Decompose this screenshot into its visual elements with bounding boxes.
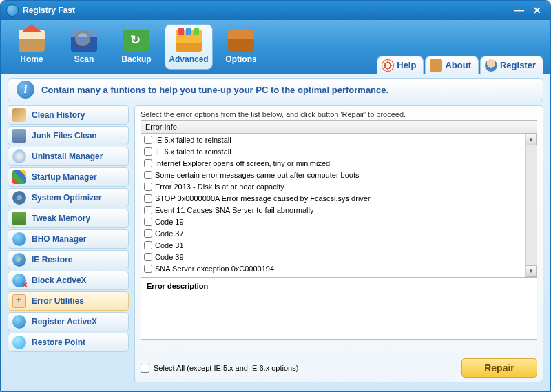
advanced-label: Advanced: [169, 54, 208, 64]
error-label: Error 2013 - Disk is at or near capacity: [155, 183, 284, 191]
error-checkbox[interactable]: [144, 183, 152, 191]
description-box: Error description: [141, 278, 537, 340]
error-row[interactable]: Code 19: [141, 216, 525, 227]
main-toolbar: Home Scan Backup Advanced Options Help A…: [1, 20, 550, 74]
sidebar-item-bho[interactable]: BHO Manager: [8, 229, 129, 249]
backup-label: Backup: [121, 54, 151, 64]
options-label: Options: [225, 54, 256, 64]
error-row[interactable]: Code 39: [141, 251, 525, 262]
disc-icon: [12, 149, 26, 163]
scan-button[interactable]: Scan: [60, 24, 108, 70]
plus-icon: [12, 294, 26, 308]
help-label: Help: [397, 60, 416, 70]
advanced-button[interactable]: Advanced: [165, 24, 213, 70]
error-checkbox[interactable]: [144, 241, 152, 249]
windows-icon: [12, 170, 26, 184]
error-row[interactable]: Some certain error messages came out aft…: [141, 169, 525, 180]
register-activex-icon: [12, 315, 26, 329]
error-row[interactable]: Event 11 Causes SNA Server to fail abnor…: [141, 204, 525, 216]
error-checkbox[interactable]: [144, 136, 152, 144]
info-message: Contain many a funtions to help you tune…: [41, 85, 388, 95]
error-label: Some certain error messages came out aft…: [155, 171, 360, 179]
restore-icon: [12, 336, 26, 349]
sidebar-item-tweak-memory[interactable]: Tweak Memory: [8, 209, 129, 228]
register-label: Register: [500, 60, 536, 70]
home-button[interactable]: Home: [8, 24, 56, 70]
scrollbar[interactable]: ▲ ▼: [525, 134, 537, 277]
select-all-label: Select All (except IE 5.x and IE 6.x opt…: [154, 364, 298, 372]
select-all[interactable]: Select All (except IE 5.x and IE 6.x opt…: [141, 364, 298, 373]
sidebar-item-restore-point[interactable]: Restore Point: [8, 333, 129, 352]
sidebar-item-ie-restore[interactable]: IE Restore: [8, 250, 129, 269]
error-row[interactable]: Code 37: [141, 227, 525, 239]
sidebar-item-register-activex[interactable]: Register ActiveX: [8, 312, 129, 331]
minimize-button[interactable]: —: [512, 4, 527, 17]
select-all-checkbox[interactable]: [141, 364, 149, 373]
chip-icon: [12, 212, 26, 225]
repair-button[interactable]: Repair: [461, 358, 537, 378]
about-icon: [430, 59, 442, 72]
window-title: Registry Fast: [23, 6, 75, 15]
about-tab[interactable]: About: [425, 56, 479, 74]
error-label: Event 11 Causes SNA Server to fail abnor…: [155, 206, 314, 214]
sidebar-item-uninstall[interactable]: Uninstall Manager: [8, 147, 129, 166]
trash-icon: [12, 129, 26, 143]
error-row[interactable]: IE 5.x failed to reinstall: [141, 134, 525, 145]
error-checkbox[interactable]: [144, 218, 152, 226]
error-row[interactable]: STOP 0x0000000A Error message caused by …: [141, 192, 525, 204]
sidebar-item-label: IE Restore: [32, 255, 72, 265]
sidebar-item-label: Junk Files Clean: [32, 131, 97, 141]
error-list: IE 5.x failed to reinstallIE 6.x failed …: [141, 133, 537, 278]
error-label: SNA Server exception 0xC0000194: [155, 265, 274, 273]
right-tabs: Help About Register: [377, 56, 543, 74]
options-icon: [228, 30, 254, 52]
scan-icon: [71, 30, 97, 52]
error-row[interactable]: Internet Explorer opens off screen, tiny…: [141, 157, 525, 169]
error-label: IE 5.x failed to reinstall: [155, 136, 231, 144]
options-button[interactable]: Options: [217, 24, 265, 70]
error-checkbox[interactable]: [144, 229, 152, 238]
description-header: Error description: [147, 282, 208, 290]
scroll-up-icon[interactable]: ▲: [526, 134, 537, 145]
error-checkbox[interactable]: [144, 265, 152, 273]
error-checkbox[interactable]: [144, 206, 152, 214]
error-checkbox[interactable]: [144, 253, 152, 261]
sidebar-item-label: Block ActiveX: [32, 276, 87, 285]
error-label: Code 39: [155, 253, 184, 261]
sidebar-item-block-activex[interactable]: Block ActiveX: [8, 271, 129, 290]
sidebar-item-clean-history[interactable]: Clean History: [8, 105, 129, 125]
scroll-down-icon[interactable]: ▼: [526, 265, 537, 277]
close-button[interactable]: ✕: [530, 4, 545, 17]
home-label: Home: [20, 54, 43, 64]
block-icon: [12, 274, 26, 287]
sidebar-item-junk-files[interactable]: Junk Files Clean: [8, 126, 129, 145]
error-row[interactable]: Error 2013 - Disk is at or near capacity: [141, 180, 525, 192]
sidebar-item-startup[interactable]: Startup Manager: [8, 167, 129, 187]
backup-icon: [123, 30, 149, 52]
home-icon: [19, 30, 45, 52]
error-checkbox[interactable]: [144, 194, 152, 203]
error-row[interactable]: Code 31: [141, 239, 525, 251]
error-row[interactable]: IE 6.x failed to reinstall: [141, 145, 525, 157]
error-checkbox[interactable]: [144, 147, 152, 156]
app-icon: [6, 4, 19, 17]
sidebar-item-label: Startup Manager: [32, 172, 97, 182]
error-label: Code 37: [155, 229, 184, 238]
help-tab[interactable]: Help: [377, 56, 424, 74]
sidebar: Clean History Junk Files Clean Uninstall…: [8, 105, 129, 382]
about-label: About: [445, 60, 471, 70]
register-tab[interactable]: Register: [480, 56, 543, 74]
error-row[interactable]: SNA Server exception 0xC0000194: [141, 262, 525, 274]
backup-button[interactable]: Backup: [112, 24, 160, 70]
error-label: Code 31: [155, 241, 184, 249]
sidebar-item-system-opt[interactable]: System Optimizer: [8, 188, 129, 207]
error-checkbox[interactable]: [144, 159, 152, 167]
sidebar-item-error-utilities[interactable]: Error Utilities: [8, 291, 129, 311]
main-panel: Select the error options from the list b…: [134, 105, 543, 382]
error-checkbox[interactable]: [144, 171, 152, 179]
instruction-text: Select the error options from the list b…: [141, 110, 537, 118]
gear-icon: [12, 191, 26, 205]
broom-icon: [12, 108, 26, 122]
sidebar-item-label: Error Utilities: [32, 296, 84, 306]
error-label: STOP 0x0000000A Error message caused by …: [155, 194, 371, 203]
